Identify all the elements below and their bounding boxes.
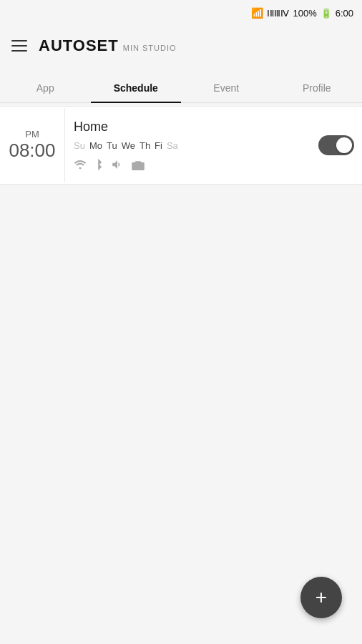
- day-fi: Fi: [155, 140, 162, 151]
- toggle-knob: [336, 137, 352, 153]
- tab-profile[interactable]: Profile: [272, 82, 363, 102]
- wifi-status-icon: 📶: [251, 7, 263, 19]
- tab-app[interactable]: App: [0, 82, 91, 102]
- time-section: PM 08:00: [0, 117, 64, 173]
- day-th: Th: [140, 140, 150, 151]
- wifi-icon: [74, 160, 87, 170]
- time-text: 6:00: [336, 8, 353, 19]
- bluetooth-icon: [94, 158, 104, 171]
- toggle-section[interactable]: [310, 124, 362, 167]
- schedule-list: PM 08:00 Home Su Mo Tu We Th Fi Sa: [0, 106, 362, 185]
- day-we: We: [122, 140, 135, 151]
- status-bar: 📶 ⅠⅡⅢⅣ 100% 🔋 6:00: [0, 0, 362, 26]
- add-icon: +: [315, 587, 327, 608]
- days-row: Su Mo Tu We Th Fi Sa: [74, 140, 302, 151]
- brand: AUTOSET MIN STUDIO: [39, 36, 177, 55]
- schedule-toggle[interactable]: [318, 135, 354, 155]
- app-header: AUTOSET MIN STUDIO: [0, 26, 362, 66]
- item-details: Home Su Mo Tu We Th Fi Sa: [64, 108, 310, 182]
- time-value: 08:00: [9, 140, 55, 162]
- day-sa: Sa: [167, 140, 178, 151]
- schedule-item: PM 08:00 Home Su Mo Tu We Th Fi Sa: [0, 106, 362, 185]
- feature-icons-row: [74, 158, 302, 171]
- tab-event[interactable]: Event: [181, 82, 272, 102]
- day-tu: Tu: [107, 140, 117, 151]
- status-icons: 📶 ⅠⅡⅢⅣ 100% 🔋 6:00: [251, 7, 353, 19]
- brand-name: AUTOSET: [39, 36, 119, 55]
- item-name: Home: [74, 119, 302, 135]
- add-schedule-button[interactable]: +: [300, 577, 342, 618]
- tabs-bar: App Schedule Event Profile: [0, 66, 362, 103]
- brand-sub: MIN STUDIO: [123, 44, 177, 52]
- time-ampm: PM: [25, 129, 39, 140]
- day-su: Su: [74, 140, 85, 151]
- battery-text: 100%: [293, 8, 316, 19]
- volume-icon: [111, 159, 124, 170]
- camera-icon: [131, 159, 145, 170]
- day-mo: Mo: [89, 140, 102, 151]
- tab-schedule[interactable]: Schedule: [91, 82, 182, 102]
- menu-button[interactable]: [11, 40, 27, 52]
- signal-status-icon: ⅠⅡⅢⅣ: [267, 8, 289, 19]
- battery-icon: 🔋: [321, 8, 332, 19]
